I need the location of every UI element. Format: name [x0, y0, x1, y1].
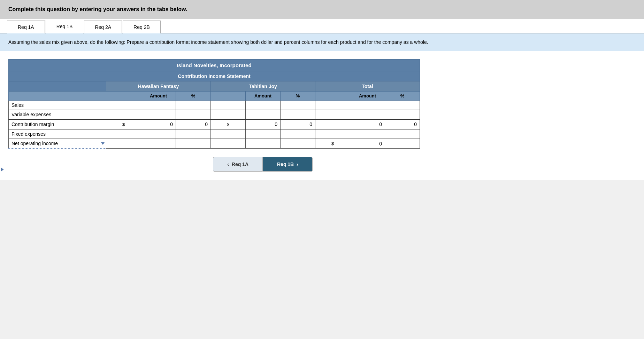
- fixed-tj-pct-input[interactable]: [282, 131, 314, 137]
- tab-req1b[interactable]: Req 1B: [46, 20, 84, 33]
- noi-hf-pct[interactable]: [176, 139, 211, 149]
- sales-tj-amount-input[interactable]: [247, 102, 279, 109]
- sales-tot-amount-input[interactable]: [352, 102, 383, 109]
- noi-tj-amount-input[interactable]: [247, 140, 279, 147]
- var-hf-amount[interactable]: [141, 110, 176, 120]
- fixed-hf-amount[interactable]: [141, 129, 176, 139]
- var-tot-amount[interactable]: [350, 110, 385, 120]
- sales-tot-dollar: [315, 101, 350, 110]
- arrow-icon-7: [1, 167, 3, 172]
- hf-amount-header: [106, 92, 141, 101]
- variable-expenses-label: Variable expenses: [9, 110, 106, 120]
- tot-amount-header: [315, 92, 350, 101]
- noi-tj-pct[interactable]: [281, 139, 315, 149]
- prev-button[interactable]: ‹ Req 1A: [213, 157, 263, 172]
- fixed-expenses-label: Fixed expenses: [9, 129, 106, 139]
- tab-req2b[interactable]: Req 2B: [123, 21, 161, 33]
- var-tj-amount[interactable]: [246, 110, 281, 120]
- var-tot-amount-input[interactable]: [352, 111, 383, 118]
- sales-label: Sales: [9, 101, 106, 110]
- statement-title-header: Contribution Income Statement: [9, 71, 420, 81]
- sales-tj-amount[interactable]: [246, 101, 281, 110]
- product-total-header: Total: [315, 81, 420, 92]
- fixed-hf-pct-input[interactable]: [177, 131, 209, 137]
- noi-hf-dollar: [106, 139, 141, 149]
- sales-hf-amount-input[interactable]: [143, 102, 174, 109]
- tj-pct-header: %: [281, 92, 315, 101]
- cm-hf-pct: 0: [176, 119, 211, 129]
- income-statement-table: Island Novelties, Incorporated Contribut…: [8, 59, 420, 149]
- cm-tj-pct: 0: [281, 119, 315, 129]
- var-hf-amount-input[interactable]: [143, 111, 174, 118]
- cm-tot-dollar: [315, 119, 350, 129]
- var-hf-pct-input[interactable]: [177, 111, 209, 118]
- sales-row: Sales: [9, 101, 420, 110]
- net-operating-income-row: Net operating income: [9, 139, 420, 149]
- fixed-tj-dollar: [211, 129, 246, 139]
- tj-amount-header: [211, 92, 246, 101]
- var-tj-amount-input[interactable]: [247, 111, 279, 118]
- fixed-tj-pct[interactable]: [281, 129, 315, 139]
- sales-tot-pct-input[interactable]: [386, 102, 418, 109]
- sales-hf-pct-input[interactable]: [177, 102, 209, 109]
- tab-req1a[interactable]: Req 1A: [7, 21, 45, 33]
- sales-tj-pct-input[interactable]: [282, 102, 314, 109]
- noi-tot-dollar-sign: $: [315, 139, 350, 149]
- cm-tj-dollar-sign: $: [211, 119, 246, 129]
- cm-tot-amount: 0: [350, 119, 385, 129]
- var-hf-pct[interactable]: [176, 110, 211, 120]
- tabs-container: Req 1A Req 1B Req 2A Req 2B: [0, 19, 644, 33]
- fixed-tj-amount[interactable]: [246, 129, 281, 139]
- product-hawaiian-header: Hawaiian Fantasy: [106, 81, 211, 92]
- net-operating-income-label: Net operating income: [9, 139, 106, 149]
- fixed-tj-amount-input[interactable]: [247, 131, 279, 137]
- noi-hf-pct-input[interactable]: [177, 140, 209, 147]
- next-button[interactable]: Req 1B ›: [263, 157, 313, 172]
- bottom-navigation: ‹ Req 1A Req 1B ›: [113, 157, 413, 172]
- tot-amount-header2: Amount: [350, 92, 385, 101]
- product-tahitian-header: Tahitian Joy: [211, 81, 315, 92]
- fixed-hf-dollar: [106, 129, 141, 139]
- fixed-tot-amount[interactable]: [350, 129, 385, 139]
- banner-text: Complete this question by entering your …: [8, 6, 187, 12]
- instruction-box: Assuming the sales mix given above, do t…: [0, 33, 644, 51]
- tab-req2a[interactable]: Req 2A: [84, 21, 122, 33]
- var-tj-dollar: [211, 110, 246, 120]
- var-tot-pct-input[interactable]: [386, 111, 418, 118]
- noi-hf-amount[interactable]: [141, 139, 176, 149]
- noi-tj-dollar: [211, 139, 246, 149]
- noi-tot-pct-input[interactable]: [386, 140, 418, 147]
- sales-tot-pct[interactable]: [385, 101, 420, 110]
- noi-tj-amount[interactable]: [246, 139, 281, 149]
- noi-tot-amount: 0: [350, 139, 385, 149]
- sales-hf-amount[interactable]: [141, 101, 176, 110]
- noi-tj-pct-input[interactable]: [282, 140, 314, 147]
- sales-tj-dollar: [211, 101, 246, 110]
- var-tot-pct[interactable]: [385, 110, 420, 120]
- cm-tj-amount: 0: [246, 119, 281, 129]
- sales-hf-pct[interactable]: [176, 101, 211, 110]
- fixed-tot-pct[interactable]: [385, 129, 420, 139]
- sales-tot-amount[interactable]: [350, 101, 385, 110]
- contribution-margin-label: Contribution margin: [9, 119, 106, 129]
- cm-hf-dollar-sign: $: [106, 119, 141, 129]
- fixed-expenses-row: Fixed expenses: [9, 129, 420, 139]
- var-tj-pct[interactable]: [281, 110, 315, 120]
- instruction-text: Assuming the sales mix given above, do t…: [8, 39, 428, 45]
- var-tj-pct-input[interactable]: [282, 111, 314, 118]
- noi-hf-amount-input[interactable]: [143, 140, 174, 147]
- fixed-hf-pct[interactable]: [176, 129, 211, 139]
- sales-hf-dollar: [106, 101, 141, 110]
- fixed-hf-amount-input[interactable]: [143, 131, 174, 137]
- var-hf-dollar: [106, 110, 141, 120]
- fixed-tot-pct-input[interactable]: [386, 131, 418, 137]
- sales-tj-pct[interactable]: [281, 101, 315, 110]
- cm-hf-amount: 0: [141, 119, 176, 129]
- top-banner: Complete this question by entering your …: [0, 0, 644, 19]
- dropdown-arrow-icon[interactable]: [101, 142, 105, 145]
- noi-tot-pct[interactable]: [385, 139, 420, 149]
- variable-expenses-row: Variable expenses: [9, 110, 420, 120]
- fixed-tot-amount-input[interactable]: [352, 131, 383, 137]
- company-name-header: Island Novelties, Incorporated: [9, 60, 420, 71]
- tj-amount-header2: Amount: [246, 92, 281, 101]
